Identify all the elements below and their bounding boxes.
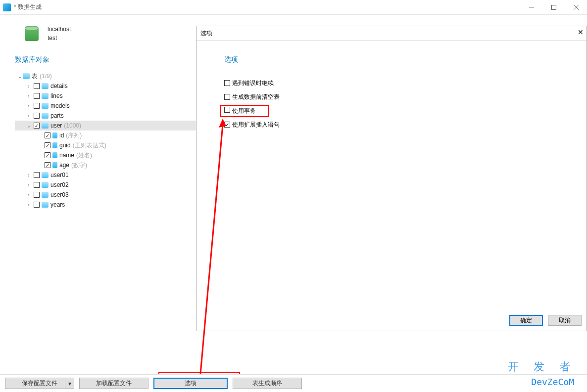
table-icon <box>42 172 49 178</box>
column-label: age <box>59 162 69 169</box>
checkbox[interactable] <box>34 123 40 129</box>
checkbox[interactable] <box>34 83 40 89</box>
column-icon <box>52 152 57 158</box>
option-label: 遇到错误时继续 <box>232 79 274 87</box>
option-label: 生成数据前清空表 <box>232 93 280 101</box>
option-label: 使用扩展插入语句 <box>232 121 280 129</box>
column-label: name <box>59 152 74 159</box>
chevron-right-icon[interactable]: › <box>26 192 32 198</box>
watermark: 开 发 者 <box>508 359 576 374</box>
chevron-right-icon[interactable]: › <box>26 103 32 109</box>
column-suffix: (正则表达式) <box>73 141 106 150</box>
checkbox[interactable] <box>224 94 230 100</box>
table-icon <box>42 83 49 89</box>
table-label: years <box>50 201 65 208</box>
connection-text: localhost test <box>48 25 71 43</box>
dialog-title: 选项 <box>200 29 212 38</box>
table-icon <box>42 103 49 109</box>
bottom-toolbar: 保存配置文件 ▾ 加载配置文件 选项 表生成顺序 <box>0 374 587 392</box>
checkbox[interactable] <box>45 162 50 168</box>
table-icon <box>42 113 49 119</box>
option-row: 生成数据前清空表 <box>222 90 587 104</box>
table-label: lines <box>50 92 63 99</box>
checkbox[interactable] <box>34 182 40 188</box>
column-suffix: (姓名) <box>76 151 92 160</box>
window-controls <box>520 0 587 15</box>
ok-button[interactable]: 确定 <box>509 315 543 326</box>
column-suffix: (数字) <box>71 161 87 170</box>
checkbox[interactable] <box>224 107 230 113</box>
column-label: guid <box>59 142 71 149</box>
chevron-right-icon[interactable]: › <box>26 173 32 178</box>
save-config-button[interactable]: 保存配置文件 ▾ <box>5 378 74 389</box>
checkbox[interactable] <box>34 202 40 208</box>
database-icon <box>25 26 39 41</box>
svg-rect-1 <box>551 5 556 10</box>
watermark-sub: DevZeCoM <box>531 377 574 387</box>
table-label: models <box>50 102 70 109</box>
chevron-right-icon[interactable]: › <box>26 113 32 119</box>
checkbox[interactable] <box>45 142 50 148</box>
table-label: details <box>50 83 68 89</box>
options-dialog: 选项 ✕ 选项 遇到错误时继续生成数据前清空表使用事务使用扩展插入语句 确定 取… <box>196 26 587 331</box>
option-row: 遇到错误时继续 <box>222 76 587 90</box>
dialog-titlebar: 选项 ✕ <box>196 26 587 41</box>
gen-order-button[interactable]: 表生成顺序 <box>233 378 302 389</box>
cancel-button[interactable]: 取消 <box>548 315 582 326</box>
checkbox[interactable] <box>34 113 40 119</box>
column-label: id <box>59 132 64 139</box>
table-icon <box>42 182 49 188</box>
maximize-button[interactable] <box>542 0 565 15</box>
column-icon <box>52 142 57 148</box>
table-group-icon <box>23 73 30 79</box>
chevron-right-icon[interactable]: › <box>26 84 32 89</box>
app-icon <box>3 3 11 11</box>
table-label: user02 <box>50 181 69 188</box>
column-icon <box>52 132 57 138</box>
close-button[interactable] <box>565 0 587 15</box>
connection-database: test <box>48 34 71 43</box>
checkbox[interactable] <box>34 192 40 198</box>
column-icon <box>52 162 57 168</box>
table-icon <box>42 192 49 198</box>
options-button[interactable]: 选项 <box>153 378 228 389</box>
option-label: 使用事务 <box>232 107 256 114</box>
dialog-body: 遇到错误时继续生成数据前清空表使用事务使用扩展插入语句 <box>196 76 587 310</box>
chevron-right-icon[interactable]: › <box>26 202 32 208</box>
chevron-right-icon[interactable]: › <box>26 182 32 188</box>
table-label: user03 <box>50 191 69 198</box>
chevron-down-icon[interactable]: ⌄ <box>26 123 32 129</box>
checkbox[interactable] <box>224 122 230 128</box>
checkbox[interactable] <box>34 172 40 178</box>
checkbox[interactable] <box>45 152 50 158</box>
connection-host: localhost <box>48 25 71 34</box>
checkbox[interactable] <box>34 103 40 109</box>
dialog-header-label: 选项 <box>196 41 587 76</box>
load-config-button[interactable]: 加载配置文件 <box>79 378 148 389</box>
table-icon <box>42 202 49 208</box>
window-title: * 数据生成 <box>14 3 42 11</box>
table-icon <box>42 93 49 99</box>
minimize-button[interactable] <box>520 0 542 15</box>
tree-root-label: 表 <box>32 72 38 81</box>
table-label: parts <box>50 112 64 119</box>
column-suffix: (序列) <box>66 131 82 140</box>
dialog-footer: 确定 取消 <box>196 310 587 331</box>
table-label: user <box>50 122 62 129</box>
chevron-down-icon[interactable]: ⌄ <box>17 74 23 79</box>
chevron-right-icon[interactable]: › <box>26 93 32 99</box>
checkbox[interactable] <box>224 80 230 86</box>
table-suffix: (1000) <box>64 122 81 129</box>
titlebar: * 数据生成 <box>0 0 587 15</box>
option-row: 使用事务 <box>222 104 587 118</box>
dropdown-arrow-icon[interactable]: ▾ <box>65 378 74 389</box>
table-icon <box>42 123 49 129</box>
tree-root-count: (1/9) <box>40 73 52 80</box>
dialog-close-button[interactable]: ✕ <box>578 28 584 36</box>
checkbox[interactable] <box>34 93 40 99</box>
annotation-highlight: 使用事务 <box>220 105 269 117</box>
table-label: user01 <box>50 172 69 178</box>
option-row: 使用扩展插入语句 <box>222 118 587 131</box>
checkbox[interactable] <box>45 132 50 138</box>
